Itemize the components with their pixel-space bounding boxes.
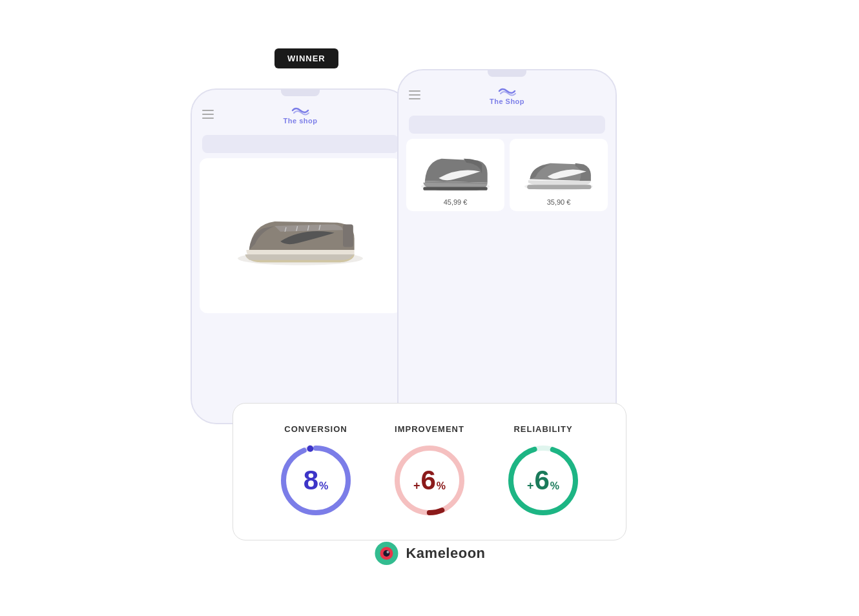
shoe-image-right-1	[417, 144, 494, 196]
search-bar-left	[202, 135, 398, 153]
kameleoon-name: Kameleoon	[406, 545, 485, 562]
svg-rect-5	[343, 224, 353, 247]
svg-rect-7	[423, 187, 487, 190]
product-price-1: 45,99 €	[444, 198, 468, 206]
brand-logo-right: The Shop	[490, 85, 524, 105]
brand-logo-left: The shop	[284, 104, 318, 125]
reliability-value: + 6 %	[527, 467, 559, 494]
reliability-label: RELIABILITY	[513, 424, 572, 434]
brand-name-left: The shop	[284, 117, 318, 125]
product-price-2: 35,90 €	[547, 198, 571, 206]
phone-header-left: The shop	[192, 96, 409, 132]
shoe-image-right-2	[520, 144, 597, 196]
stats-card: CONVERSION 8 % IMPROVEMENT	[233, 403, 626, 540]
brand-name-right: The Shop	[490, 98, 524, 105]
stat-reliability: RELIABILITY + 6 %	[504, 424, 582, 519]
product-card-2: 35,90 €	[510, 139, 608, 211]
wave-icon-right	[498, 85, 516, 98]
product-single	[200, 158, 401, 313]
stat-improvement: IMPROVEMENT + 6 %	[391, 424, 468, 519]
svg-point-19	[383, 550, 389, 557]
phone-notch-right	[488, 70, 526, 77]
improvement-circle: + 6 %	[391, 442, 468, 519]
phone-right: The Shop	[397, 69, 617, 444]
wave-icon-left	[291, 104, 309, 117]
improvement-label: IMPROVEMENT	[395, 424, 464, 434]
conversion-circle: 8 %	[277, 442, 355, 519]
reliability-circle: + 6 %	[504, 442, 582, 519]
kameleoon-logo-icon	[373, 540, 399, 566]
svg-rect-9	[527, 185, 591, 189]
stat-conversion: CONVERSION 8 %	[277, 424, 355, 519]
product-card-1: 45,99 €	[406, 139, 504, 211]
search-bar-right	[409, 116, 605, 134]
hamburger-icon-right	[409, 90, 420, 99]
svg-point-20	[386, 551, 389, 553]
conversion-value: 8 %	[304, 467, 329, 494]
product-grid: 45,99 €	[406, 139, 608, 211]
hamburger-icon-left	[202, 110, 214, 119]
phone-left: The shop	[191, 88, 410, 424]
winner-badge: WINNER	[274, 48, 338, 68]
kameleoon-brand: Kameleoon	[373, 540, 485, 566]
improvement-value: + 6 %	[413, 467, 446, 494]
shoe-image-left	[229, 184, 371, 287]
main-scene: WINNER The shop	[171, 50, 688, 566]
phone-notch-left	[281, 90, 320, 96]
conversion-label: CONVERSION	[284, 424, 347, 434]
phone-header-right: The Shop	[398, 77, 616, 113]
